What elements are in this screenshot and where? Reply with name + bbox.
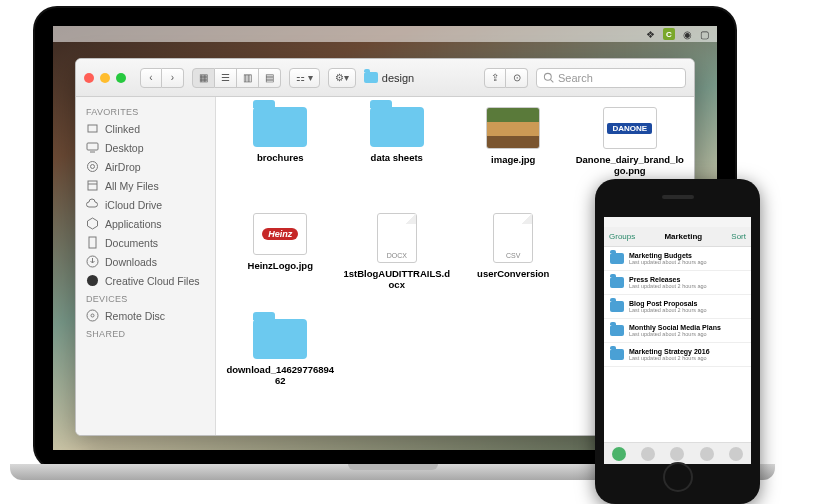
phone-row-subtitle: Last updated about 2 hours ago [629, 331, 745, 337]
phone-row-title: Monthly Social Media Plans [629, 324, 745, 331]
zoom-button[interactable] [116, 73, 126, 83]
sidebar-section-header: Shared [76, 325, 215, 341]
file-item[interactable]: Heinz HeinzLogo.jpg [224, 213, 337, 313]
file-item[interactable]: data sheets [341, 107, 454, 207]
svg-point-12 [87, 310, 98, 321]
phone-row-subtitle: Last updated about 2 hours ago [629, 307, 745, 313]
sidebar-item-clinked[interactable]: Clinked [76, 119, 215, 138]
phone-row-subtitle: Last updated about 2 hours ago [629, 355, 745, 361]
folder-icon [253, 319, 307, 359]
sidebar-item-applications[interactable]: Applications [76, 214, 215, 233]
icon-view-button[interactable]: ▦ [192, 68, 215, 88]
file-item[interactable]: CSV userConversion [457, 213, 570, 313]
apps-icon [86, 217, 99, 230]
phone-list-row[interactable]: Monthly Social Media Plans Last updated … [604, 319, 751, 343]
folder-icon [610, 301, 624, 312]
tags-button[interactable]: ⊙ [506, 68, 528, 88]
search-field[interactable]: Search [536, 68, 686, 88]
svg-point-11 [87, 275, 98, 286]
phone-toolbar [604, 442, 751, 464]
clinked-icon [86, 122, 99, 135]
phone-list-row[interactable]: Marketing Budgets Last updated about 2 h… [604, 247, 751, 271]
phone-row-title: Press Releases [629, 276, 745, 283]
file-label: HeinzLogo.jpg [248, 261, 313, 272]
svg-point-6 [91, 165, 95, 169]
folder-icon [370, 107, 424, 147]
phone-tab-2[interactable] [641, 447, 655, 461]
cc-icon [86, 274, 99, 287]
menubar-airplay-icon[interactable]: ▢ [700, 29, 709, 40]
phone-tab-5[interactable] [729, 447, 743, 461]
folder-icon [253, 107, 307, 147]
phone-row-title: Blog Post Proposals [629, 300, 745, 307]
menubar-c-icon[interactable]: C [663, 28, 675, 40]
sidebar-item-airdrop[interactable]: AirDrop [76, 157, 215, 176]
folder-icon [610, 349, 624, 360]
back-button[interactable]: ‹ [140, 68, 162, 88]
finder-titlebar: ‹ › ▦ ☰ ▥ ▤ ⚏ ▾ ⚙︎ ▾ design [76, 59, 694, 97]
search-icon [543, 72, 554, 83]
svg-rect-7 [88, 181, 97, 190]
sidebar-item-remote disc[interactable]: Remote Disc [76, 306, 215, 325]
svg-point-13 [91, 314, 94, 317]
file-label: data sheets [371, 153, 423, 164]
phone-row-subtitle: Last updated about 2 hours ago [629, 259, 745, 265]
minimize-button[interactable] [100, 73, 110, 83]
phone-nav-sort[interactable]: Sort [731, 232, 746, 241]
file-label: Danone_dairy_brand_logo.png [575, 155, 685, 177]
coverflow-view-button[interactable]: ▤ [259, 68, 281, 88]
share-button[interactable]: ⇪ [484, 68, 506, 88]
phone-tab-3[interactable] [670, 447, 684, 461]
arrange-button[interactable]: ⚏ ▾ [289, 68, 320, 88]
menubar-cc-icon[interactable]: ◉ [683, 29, 692, 40]
phone-screen: Groups Marketing Sort Marketing Budgets … [604, 217, 751, 464]
sidebar-item-documents[interactable]: Documents [76, 233, 215, 252]
close-button[interactable] [84, 73, 94, 83]
menubar-leaf-icon[interactable]: ❖ [646, 29, 655, 40]
finder-sidebar: Favorites Clinked Desktop AirDrop All My… [76, 97, 216, 435]
forward-button[interactable]: › [162, 68, 184, 88]
phone-tab-4[interactable] [700, 447, 714, 461]
file-item[interactable]: image.jpg [457, 107, 570, 207]
file-item[interactable]: brochures [224, 107, 337, 207]
sidebar-item-downloads[interactable]: Downloads [76, 252, 215, 271]
sidebar-item-label: Documents [105, 237, 158, 249]
allfiles-icon [86, 179, 99, 192]
file-item[interactable]: download_1462977689462 [224, 319, 337, 419]
file-label: userConversion [477, 269, 549, 280]
nav-buttons: ‹ › [140, 68, 184, 88]
sidebar-item-desktop[interactable]: Desktop [76, 138, 215, 157]
phone-nav-back[interactable]: Groups [609, 232, 635, 241]
folder-icon [610, 325, 624, 336]
action-button[interactable]: ⚙︎ ▾ [328, 68, 356, 88]
phone-list-row[interactable]: Press Releases Last updated about 2 hour… [604, 271, 751, 295]
sidebar-item-creative cloud files[interactable]: Creative Cloud Files [76, 271, 215, 290]
document-icon: CSV [493, 213, 533, 263]
phone-tab-1[interactable] [612, 447, 626, 461]
icloud-icon [86, 198, 99, 211]
phone-list-row[interactable]: Blog Post Proposals Last updated about 2… [604, 295, 751, 319]
svg-rect-3 [87, 143, 98, 150]
sidebar-item-all my files[interactable]: All My Files [76, 176, 215, 195]
column-view-button[interactable]: ▥ [237, 68, 259, 88]
phone-row-title: Marketing Budgets [629, 252, 745, 259]
list-view-button[interactable]: ☰ [215, 68, 237, 88]
sidebar-item-label: All My Files [105, 180, 159, 192]
file-label: download_1462977689462 [225, 365, 335, 387]
image-thumbnail [486, 107, 540, 149]
sidebar-item-icloud drive[interactable]: iCloud Drive [76, 195, 215, 214]
sidebar-item-label: Remote Disc [105, 310, 165, 322]
search-placeholder: Search [558, 72, 593, 84]
phone-list-row[interactable]: Marketing Strategy 2016 Last updated abo… [604, 343, 751, 367]
phone-navbar: Groups Marketing Sort [604, 227, 751, 247]
sidebar-section-header: Favorites [76, 103, 215, 119]
sidebar-item-label: Downloads [105, 256, 157, 268]
desktop-icon [86, 141, 99, 154]
window-controls [84, 73, 126, 83]
file-item[interactable]: DOCX 1stBlogAUDITTRAILS.docx [341, 213, 454, 313]
file-label: image.jpg [491, 155, 535, 166]
svg-rect-2 [88, 125, 97, 132]
svg-rect-9 [89, 237, 96, 248]
phone-frame: Groups Marketing Sort Marketing Budgets … [595, 179, 760, 504]
phone-row-title: Marketing Strategy 2016 [629, 348, 745, 355]
